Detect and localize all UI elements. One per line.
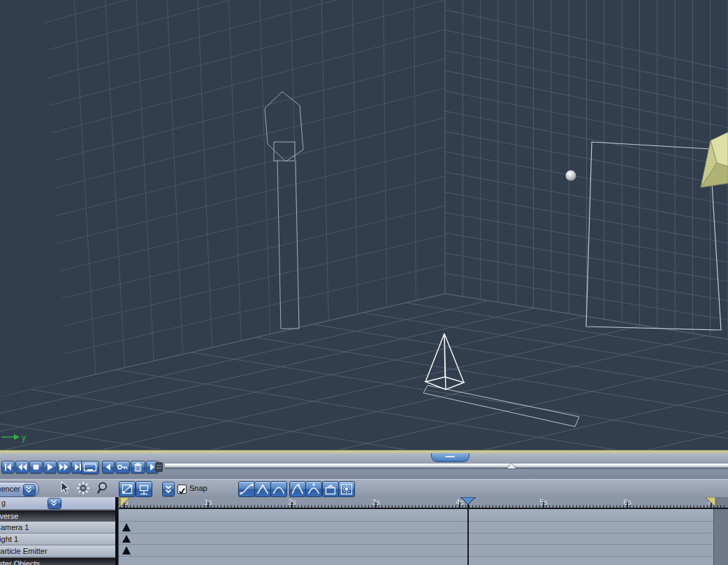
- curve-handle-button[interactable]: [305, 481, 322, 497]
- smooth-arc-icon: [271, 482, 286, 496]
- curve-smooth-button[interactable]: [270, 481, 287, 497]
- dropdown-chevron-icon: [23, 484, 36, 496]
- sequencer-row-master-objects[interactable]: Master Objects: [0, 557, 115, 565]
- sequencer-row-light-1[interactable]: Light 1: [0, 534, 115, 545]
- arc-handle-icon: [306, 482, 321, 496]
- add-keyframe-button[interactable]: [115, 461, 130, 473]
- fast-forward-icon: [58, 462, 70, 473]
- sphere[interactable]: [566, 171, 576, 181]
- 3d-viewport[interactable]: y: [0, 0, 728, 452]
- object-list-header-label: g: [1, 499, 6, 507]
- playback-controls: [1, 461, 85, 473]
- scene-canvas: y: [0, 0, 728, 452]
- previous-keyframe-button[interactable]: [102, 461, 115, 473]
- skip-to-start-icon: [2, 462, 14, 473]
- rewind-icon: [16, 462, 28, 473]
- trash-icon: [131, 462, 145, 473]
- sequencer-row-camera-1[interactable]: Camera 1: [0, 522, 115, 534]
- s-curve-icon: [239, 482, 254, 496]
- curve-ease-button[interactable]: [289, 481, 306, 497]
- frame-stamp-button[interactable]: [136, 481, 152, 497]
- stop-icon: [30, 462, 42, 473]
- list-timeline-divider[interactable]: [115, 497, 119, 565]
- scrollbar-marker-icon: [507, 464, 516, 469]
- panel-collapse-tab[interactable]: [431, 453, 469, 462]
- stop-button[interactable]: [29, 461, 43, 473]
- camera-view-icon: [323, 482, 338, 496]
- magnify-tool[interactable]: [96, 481, 109, 498]
- flipbook-icon: [82, 462, 99, 473]
- keyframe-controls: [102, 461, 159, 473]
- snap-label: Snap: [189, 484, 208, 492]
- double-chevron-down-icon: [163, 482, 174, 496]
- mode-dropdown[interactable]: Sequencer: [0, 482, 39, 497]
- snap-checkbox[interactable]: [177, 485, 187, 494]
- expand-all-button[interactable]: [48, 498, 61, 509]
- object-list-header: g: [0, 497, 115, 510]
- camera-view-button[interactable]: [322, 481, 339, 497]
- curve-linear-button[interactable]: [254, 481, 271, 497]
- previous-key-icon: [103, 462, 114, 473]
- skip-to-start-button[interactable]: [1, 461, 15, 473]
- frame-diagonal-button[interactable]: [119, 481, 136, 497]
- frame-diagonal-icon: [119, 482, 135, 496]
- light-tool[interactable]: [76, 481, 90, 498]
- check-icon: [178, 487, 186, 495]
- rewind-button[interactable]: [15, 461, 29, 473]
- playhead-line[interactable]: [467, 505, 469, 565]
- play-icon: [44, 462, 56, 473]
- delete-keyframe-button[interactable]: [131, 461, 145, 473]
- sequencer-row-universe[interactable]: Universe: [0, 510, 115, 522]
- timeline-scrollbar[interactable]: [165, 464, 728, 471]
- render-burst-button[interactable]: [338, 481, 355, 497]
- ease-corner-icon: [290, 482, 305, 496]
- sequencer-toolbar: Sequencer Snap: [0, 479, 728, 499]
- axis-label: y: [22, 433, 26, 443]
- linear-peak-icon: [255, 482, 270, 496]
- cursor-icon: [58, 481, 71, 495]
- light-icon: [76, 481, 90, 495]
- pointer-tool[interactable]: [58, 481, 71, 498]
- fast-forward-button[interactable]: [57, 461, 71, 473]
- key-icon: [116, 462, 129, 473]
- mode-dropdown-value: Sequencer: [0, 485, 20, 493]
- scrollbar-end-cap[interactable]: [155, 462, 163, 472]
- frame-stamp-icon: [136, 482, 152, 496]
- magnifier-icon: [96, 481, 109, 495]
- play-button[interactable]: [43, 461, 57, 473]
- object-list-panel: g Universe Camera 1 Light 1 Particle Emi…: [0, 497, 115, 565]
- collapse-tracks-button[interactable]: [162, 482, 175, 496]
- application-window: y Sequencer: [0, 0, 728, 565]
- transport-bar: [0, 453, 728, 480]
- curve-s-button[interactable]: [238, 481, 255, 497]
- render-burst-icon: [339, 482, 354, 496]
- sequencer-row-particle-emitter[interactable]: Particle Emitter: [0, 545, 115, 557]
- flipbook-button[interactable]: [81, 461, 99, 474]
